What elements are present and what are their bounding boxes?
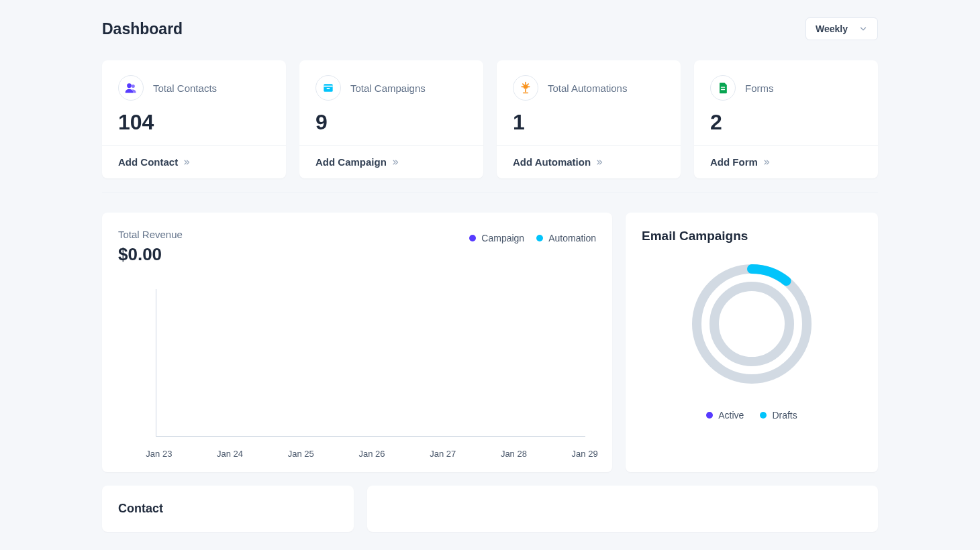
email-campaigns-donut <box>685 257 819 391</box>
chevron-double-right-icon <box>595 158 604 167</box>
page-title: Dashboard <box>102 20 183 38</box>
revenue-value: $0.00 <box>118 244 183 265</box>
chevron-double-right-icon <box>391 158 400 167</box>
stat-label: Forms <box>745 82 774 94</box>
stat-value: 2 <box>710 111 862 133</box>
chart-plot-area <box>156 289 585 437</box>
x-tick: Jan 28 <box>479 449 550 459</box>
legend-dot-icon <box>469 235 476 241</box>
legend-item-automation: Automation <box>536 233 596 243</box>
stat-label: Total Automations <box>548 82 627 94</box>
svg-rect-3 <box>327 88 330 89</box>
automations-icon <box>513 75 538 101</box>
svg-point-1 <box>132 85 135 88</box>
stat-value: 104 <box>118 111 270 133</box>
divider <box>102 192 878 192</box>
revenue-legend: Campaign Automation <box>469 229 596 243</box>
x-tick: Jan 24 <box>195 449 266 459</box>
timeframe-dropdown[interactable]: Weekly <box>805 17 878 40</box>
x-tick: Jan 29 <box>549 449 620 459</box>
stat-action-label: Add Automation <box>513 156 591 168</box>
stat-action-label: Add Contact <box>118 156 178 168</box>
legend-dot-icon <box>536 235 543 241</box>
add-contact-button[interactable]: Add Contact <box>102 145 286 178</box>
stat-value: 1 <box>513 111 665 133</box>
stat-card-automations: Total Automations 1 Add Automation <box>497 60 681 178</box>
page-header: Dashboard Weekly <box>102 17 878 40</box>
stat-action-label: Add Campaign <box>315 156 387 168</box>
stat-card-campaigns: Total Campaigns 9 Add Campaign <box>299 60 483 178</box>
svg-point-4 <box>524 85 528 89</box>
legend-label: Campaign <box>481 233 524 243</box>
x-tick: Jan 26 <box>336 449 407 459</box>
secondary-card <box>367 486 878 532</box>
chevron-double-right-icon <box>182 158 191 167</box>
email-campaigns-title: Email Campaigns <box>642 229 862 243</box>
revenue-card: Total Revenue $0.00 Campaign Automation <box>102 213 612 472</box>
contacts-icon <box>118 75 144 101</box>
chevron-down-icon <box>859 24 868 34</box>
revenue-chart: Jan 23 Jan 24 Jan 25 Jan 26 Jan 27 Jan 2… <box>118 289 596 459</box>
add-automation-button[interactable]: Add Automation <box>497 145 681 178</box>
stat-action-label: Add Form <box>710 156 758 168</box>
email-campaigns-card: Email Campaigns Active <box>626 213 878 472</box>
x-tick: Jan 27 <box>407 449 479 459</box>
stat-card-contacts: Total Contacts 104 Add Contact <box>102 60 286 178</box>
chevron-double-right-icon <box>762 158 771 167</box>
contact-title: Contact <box>118 502 338 516</box>
stat-cards-row: Total Contacts 104 Add Contact Total Cam… <box>102 60 878 178</box>
email-legend: Active Drafts <box>706 410 797 421</box>
revenue-title: Total Revenue <box>118 229 183 240</box>
stat-label: Total Contacts <box>153 82 217 94</box>
stat-label: Total Campaigns <box>350 82 426 94</box>
svg-point-6 <box>714 286 789 362</box>
legend-dot-icon <box>706 412 713 419</box>
add-form-button[interactable]: Add Form <box>694 145 878 178</box>
legend-item-drafts: Drafts <box>760 410 797 421</box>
chart-x-axis: Jan 23 Jan 24 Jan 25 Jan 26 Jan 27 Jan 2… <box>124 449 620 459</box>
x-tick: Jan 25 <box>265 449 336 459</box>
forms-icon <box>710 75 736 101</box>
add-campaign-button[interactable]: Add Campaign <box>299 145 483 178</box>
timeframe-dropdown-label: Weekly <box>816 23 848 34</box>
stat-value: 9 <box>315 111 467 133</box>
legend-item-campaign: Campaign <box>469 233 524 243</box>
legend-item-active: Active <box>706 410 744 421</box>
svg-point-0 <box>127 83 132 88</box>
legend-label: Active <box>718 410 744 421</box>
stat-card-forms: Forms 2 Add Form <box>694 60 878 178</box>
contact-card: Contact <box>102 486 354 532</box>
legend-dot-icon <box>760 412 767 419</box>
campaigns-icon <box>315 75 341 101</box>
x-tick: Jan 23 <box>124 449 195 459</box>
legend-label: Automation <box>548 233 596 243</box>
legend-label: Drafts <box>772 410 797 421</box>
